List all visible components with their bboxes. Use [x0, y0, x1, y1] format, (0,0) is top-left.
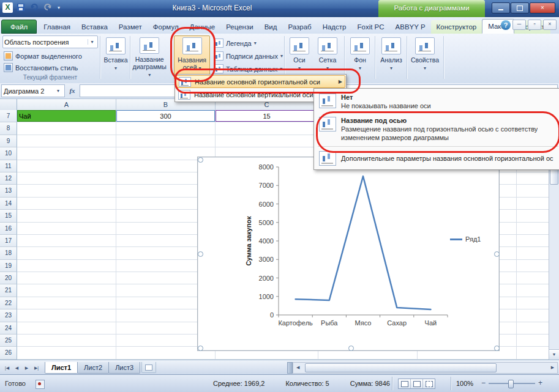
row-header-11[interactable]: 11 [0, 160, 17, 172]
insert-function-button[interactable]: fx [65, 85, 80, 97]
gridlines-button[interactable]: Сетка▾ [315, 35, 340, 79]
zoom-in-button[interactable]: + [538, 379, 542, 387]
data-table-button[interactable]: Таблица данных ▾ [214, 63, 283, 75]
row-header-23[interactable]: 23 [0, 309, 17, 322]
macro-record-button[interactable] [36, 380, 45, 389]
cell[interactable] [17, 347, 116, 359]
ribbon-tab-0[interactable]: Файл [1, 20, 37, 34]
row-header-7[interactable]: 7 [0, 110, 17, 122]
zoom-level[interactable]: 100% [456, 375, 473, 392]
row-header-19[interactable]: 19 [0, 260, 17, 272]
horizontal-scroll-track[interactable] [302, 363, 548, 372]
workbook-minimize-button[interactable]: ─ [512, 20, 526, 30]
row-header-15[interactable]: 15 [0, 210, 17, 222]
row-header-17[interactable]: 17 [0, 235, 17, 247]
cell[interactable] [17, 284, 116, 297]
row-header-16[interactable]: 16 [0, 223, 17, 235]
row-header-24[interactable]: 24 [0, 322, 17, 335]
ribbon-tab-4[interactable]: Формул [148, 20, 184, 34]
page-break-view-button[interactable] [423, 379, 435, 388]
horizontal-scrollbar[interactable]: ◀ ▶ [293, 362, 558, 374]
ribbon-tab-12[interactable]: Конструктор [431, 20, 482, 34]
axis-titles-button[interactable]: Названия осей ▾ [174, 35, 209, 80]
chart-title-button[interactable]: Название диаграммы ▾ [132, 35, 167, 79]
ribbon-tab-1[interactable]: Главная [38, 20, 76, 34]
page-layout-view-button[interactable] [411, 379, 423, 388]
chart-legend[interactable]: Ряд1 [450, 235, 481, 243]
cell[interactable] [216, 122, 318, 135]
select-all-corner[interactable] [0, 99, 17, 110]
cell[interactable] [216, 135, 318, 147]
row-header-20[interactable]: 20 [0, 272, 17, 284]
cell-B7[interactable]: 300 [116, 110, 216, 122]
ribbon-tab-11[interactable]: ABBYY P [390, 20, 431, 34]
row-header-13[interactable]: 13 [0, 185, 17, 197]
column-header-A[interactable]: A [17, 99, 116, 110]
cell[interactable] [17, 122, 116, 135]
ribbon-tab-2[interactable]: Вставка [76, 20, 113, 34]
cell[interactable] [17, 247, 116, 259]
zoom-thumb[interactable] [508, 380, 514, 388]
row-header-22[interactable]: 22 [0, 297, 17, 309]
row-header-26[interactable]: 26 [0, 347, 17, 359]
cell[interactable] [116, 122, 216, 135]
submenu-more-options[interactable]: Дополнительные параметры названия основн… [314, 148, 559, 168]
row-header-9[interactable]: 9 [0, 135, 17, 147]
zoom-out-button[interactable]: − [481, 379, 486, 387]
selection-handle[interactable] [198, 346, 203, 351]
axes-button[interactable]: Оси▾ [287, 35, 312, 79]
ribbon-tab-10[interactable]: Foxit PC [352, 20, 390, 34]
normal-view-button[interactable] [399, 379, 411, 388]
format-selection-button[interactable]: Формат выделенного [2, 50, 98, 62]
cell[interactable] [17, 185, 116, 197]
row-header-12[interactable]: 12 [0, 172, 17, 185]
cell[interactable] [17, 322, 116, 335]
row-header-8[interactable]: 8 [0, 122, 17, 135]
name-box-arrow-icon[interactable]: ▾ [54, 88, 62, 94]
selection-handle[interactable] [348, 346, 354, 351]
sheet-tab-3[interactable]: Лист3 [108, 362, 140, 374]
cell[interactable] [17, 297, 116, 309]
row-header-21[interactable]: 21 [0, 284, 17, 297]
cell[interactable] [17, 172, 116, 185]
selection-handle[interactable] [198, 157, 203, 163]
ribbon-tab-8[interactable]: Разраб [282, 20, 317, 34]
help-button[interactable]: ? [501, 20, 511, 30]
minimize-button[interactable] [492, 2, 510, 13]
chart-elements-combobox[interactable]: Область построения ▾ [2, 35, 98, 48]
cell[interactable] [17, 223, 116, 235]
analysis-button[interactable]: Анализ▾ [377, 35, 405, 79]
ribbon-tab-6[interactable]: Рецензи [220, 20, 258, 34]
row-header-10[interactable]: 10 [0, 147, 17, 160]
row-header-25[interactable]: 25 [0, 335, 17, 347]
background-button[interactable]: Фон▾ [347, 35, 373, 79]
prev-sheet-button[interactable]: ◀ [12, 363, 21, 372]
row-header-18[interactable]: 18 [0, 247, 17, 259]
insert-button[interactable]: Вставка▾ [102, 35, 129, 79]
reset-style-button[interactable]: Восстановить стиль [2, 62, 98, 73]
submenu-item-title-below-axis[interactable]: Название под осьюРазмещение названия под… [314, 113, 559, 145]
selection-handle[interactable] [494, 251, 500, 257]
selection-handle[interactable] [494, 346, 500, 351]
tab-split-handle[interactable] [287, 362, 293, 374]
last-sheet-button[interactable]: ▶| [32, 363, 41, 372]
workbook-restore-button[interactable]: ▫ [528, 20, 541, 30]
insert-worksheet-button[interactable] [141, 362, 156, 373]
sheet-tab-1[interactable]: Лист1 [45, 362, 78, 374]
legend-button[interactable]: Легенда ▾ [214, 37, 283, 49]
submenu-item-none[interactable]: НетНе показывать название оси [314, 90, 559, 113]
cell[interactable] [116, 135, 216, 147]
menu-item-horizontal-axis-title[interactable]: Название основной горизонтальной оси▶ [176, 75, 345, 88]
cell[interactable] [17, 210, 116, 222]
name-box[interactable]: Диаграмма 2 ▾ [1, 84, 65, 97]
next-sheet-button[interactable]: ▶ [22, 363, 31, 372]
scroll-right-arrow[interactable]: ▶ [548, 365, 557, 370]
cell-A7[interactable]: Чай [17, 110, 116, 122]
chart-object[interactable]: Сумма закупок Ряд1 010002000300040005000… [197, 157, 500, 351]
sheet-tab-2[interactable]: Лист2 [77, 362, 109, 374]
horizontal-scroll-thumb[interactable] [305, 363, 497, 372]
cell[interactable] [17, 309, 116, 322]
properties-button[interactable]: Свойства▾ [409, 35, 441, 79]
cell[interactable] [17, 135, 116, 147]
scroll-down-arrow[interactable]: ▼ [549, 349, 559, 360]
